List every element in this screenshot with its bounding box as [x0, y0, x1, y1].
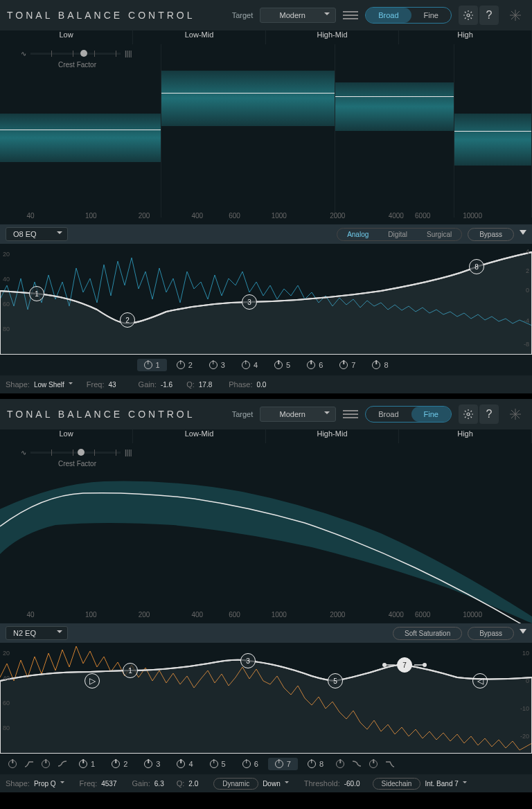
freq-axis: 40 100 200 400 600 1000 2000 4000 6000 1…: [0, 611, 532, 621]
target-label: Target: [232, 11, 254, 19]
band-params: Shape: Prop Q Freq: 4537 Gain: 6.3 Q: 2.…: [0, 774, 532, 792]
soft-saturation-button[interactable]: Soft Saturation: [393, 627, 462, 640]
power-icon: [210, 760, 218, 768]
direction-dropdown[interactable]: Down: [263, 780, 289, 788]
eq-instance-dropdown[interactable]: N2 EQ: [6, 626, 68, 640]
eq-node-5[interactable]: 5: [328, 673, 343, 688]
help-icon[interactable]: ?: [479, 404, 499, 424]
band-tab-8[interactable]: 8: [365, 359, 395, 371]
band-tab-6[interactable]: 6: [236, 758, 265, 770]
power-icon: [209, 361, 218, 369]
band-tab-3[interactable]: 3: [202, 359, 232, 371]
band-tab-2[interactable]: 2: [105, 758, 134, 770]
target-menu-icon[interactable]: [343, 407, 358, 422]
eq-node-3[interactable]: 3: [240, 653, 256, 668]
panel-fine: TONAL BALANCE CONTROL Target Modern Broa…: [0, 399, 532, 792]
bypass-button[interactable]: Bypass: [468, 627, 514, 640]
power-icon: [275, 760, 283, 768]
phase-value[interactable]: 0.0: [256, 381, 266, 389]
shape-ls-icon[interactable]: [39, 757, 53, 771]
power-icon: [307, 361, 315, 369]
eq-node-8[interactable]: 8: [469, 259, 484, 274]
shape-lp-curve-icon[interactable]: [383, 757, 397, 771]
shape-ls-curve-icon[interactable]: [55, 757, 69, 771]
target-dropdown[interactable]: Modern: [260, 8, 336, 23]
tonal-balance-fine-view: Low Low-Mid High-Mid High ∿ |||| Crest F…: [0, 429, 532, 623]
gain-value[interactable]: 6.3: [154, 780, 164, 788]
target-menu-icon[interactable]: [343, 8, 358, 23]
q-value[interactable]: 17.8: [199, 381, 212, 389]
shape-dropdown[interactable]: Prop Q: [34, 780, 64, 788]
eq-instance-dropdown[interactable]: O8 EQ: [6, 227, 68, 241]
band-tab-5[interactable]: 5: [267, 359, 297, 371]
power-icon: [308, 760, 316, 768]
sidechain-button[interactable]: Sidechain: [373, 778, 421, 790]
shape-lp-icon[interactable]: [366, 757, 380, 771]
freq-value[interactable]: 4537: [101, 780, 116, 788]
mode-digital[interactable]: Digital: [378, 229, 417, 240]
svg-point-1: [467, 413, 470, 416]
power-icon: [177, 760, 185, 768]
collapse-icon[interactable]: [520, 629, 526, 637]
view-broad-button[interactable]: Broad: [366, 407, 411, 422]
view-fine-button[interactable]: Fine: [411, 407, 451, 422]
power-icon: [274, 361, 283, 369]
settings-icon[interactable]: [459, 6, 478, 25]
target-dropdown[interactable]: Modern: [260, 407, 336, 422]
power-icon: [372, 361, 380, 369]
gain-value[interactable]: -1.6: [161, 381, 172, 389]
eq-mode-toggle: Analog Digital Surgical: [337, 228, 462, 241]
eq-node-1[interactable]: 1: [123, 663, 138, 678]
band-tab-1[interactable]: 1: [137, 359, 167, 371]
freq-value[interactable]: 43: [108, 381, 116, 389]
view-broad-button[interactable]: Broad: [366, 8, 411, 23]
settings-icon[interactable]: [459, 404, 478, 424]
shape-dropdown[interactable]: Low Shelf: [34, 381, 73, 389]
eq-handle-right[interactable]: ◁: [472, 673, 488, 688]
band-tab-4[interactable]: 4: [170, 758, 200, 770]
band-label-high: High: [399, 30, 532, 44]
svg-point-3: [382, 663, 387, 667]
eq-node-7[interactable]: 7: [397, 657, 412, 673]
eq-graph[interactable]: 20 40 60 80 4 2 0 -4 -8 1 2 3 8: [0, 244, 532, 355]
sidechain-band-dropdown[interactable]: Int. Band 7: [425, 780, 466, 788]
band-label-lowmid: Low-Mid: [133, 30, 266, 44]
band-tab-7[interactable]: 7: [268, 758, 298, 770]
panel-broad: TONAL BALANCE CONTROL Target Modern Broa…: [0, 0, 532, 393]
svg-point-5: [423, 663, 427, 667]
band-tab-6[interactable]: 6: [300, 359, 330, 371]
shape-hp-curve-icon[interactable]: [22, 757, 36, 771]
dynamic-button[interactable]: Dynamic: [213, 778, 258, 790]
help-icon[interactable]: ?: [479, 6, 499, 25]
shape-hs-icon[interactable]: [333, 757, 347, 771]
eq-node-1[interactable]: 1: [29, 286, 44, 301]
shape-hp-icon[interactable]: [6, 757, 19, 771]
band-tab-4[interactable]: 4: [235, 359, 265, 371]
band-tab-7[interactable]: 7: [332, 359, 362, 371]
power-icon: [112, 760, 120, 768]
band-tab-1[interactable]: 1: [72, 758, 102, 770]
q-value[interactable]: 2.0: [188, 780, 198, 788]
band-selector: 1 2 3 4 5 6 7 8: [0, 754, 532, 774]
band-tab-2[interactable]: 2: [170, 359, 200, 371]
band-label-highmid: High-Mid: [266, 30, 399, 44]
view-fine-button[interactable]: Fine: [411, 8, 451, 23]
mode-surgical[interactable]: Surgical: [417, 229, 461, 240]
mode-analog[interactable]: Analog: [337, 229, 378, 240]
shape-hs-curve-icon[interactable]: [350, 757, 364, 771]
eq-node-2[interactable]: 2: [120, 312, 135, 328]
band-params: Shape: Low Shelf Freq: 43 Gain: -1.6 Q: …: [0, 375, 532, 393]
power-icon: [242, 361, 250, 369]
target-label: Target: [232, 410, 254, 418]
power-icon: [144, 361, 152, 369]
eq-node-3[interactable]: 3: [242, 294, 257, 310]
band-tab-8[interactable]: 8: [301, 758, 330, 770]
band-tab-3[interactable]: 3: [137, 758, 167, 770]
band-tab-5[interactable]: 5: [203, 758, 233, 770]
eq-handle-left[interactable]: ▷: [85, 673, 100, 688]
eq-graph[interactable]: 20 40 60 80 10 0 -10 -20 ▷ 1 3 5 7 ◁: [0, 643, 532, 754]
threshold-value[interactable]: -60.0: [344, 780, 360, 788]
power-icon: [79, 760, 87, 768]
collapse-icon[interactable]: [520, 230, 526, 238]
bypass-button[interactable]: Bypass: [468, 228, 514, 241]
